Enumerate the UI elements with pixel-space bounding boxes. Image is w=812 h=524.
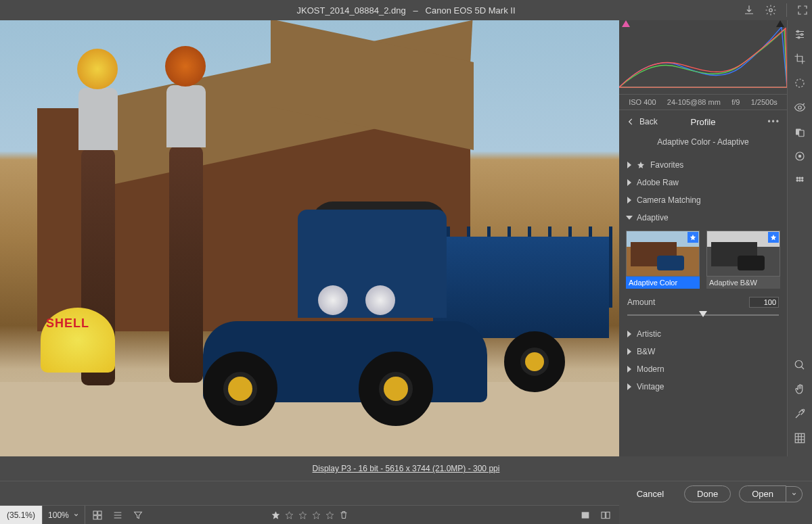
svg-rect-24 [602,512,605,518]
svg-rect-7 [799,130,805,137]
svg-point-0 [769,9,773,12]
aperture-label: f/9 [731,98,740,106]
section-adobe-raw[interactable]: Adobe Raw [619,174,787,191]
trash-icon[interactable] [338,510,348,520]
fullscreen-icon[interactable] [796,4,809,16]
svg-point-14 [799,180,800,181]
amount-input[interactable] [749,297,779,308]
redeye-icon[interactable] [794,150,806,162]
highlight-clip-indicator[interactable] [776,20,784,27]
download-icon[interactable] [743,4,755,16]
section-vintage[interactable]: Vintage [619,378,787,396]
chevron-down-icon [73,512,79,518]
open-dropdown[interactable] [786,486,803,502]
zoom-icon[interactable] [794,359,806,371]
star-icon[interactable] [298,510,307,520]
iso-label: ISO 400 [629,98,656,106]
svg-point-15 [802,180,803,181]
chevron-down-icon [791,491,797,497]
svg-rect-22 [97,515,101,519]
profile-thumb-label: Adaptive B&W [706,277,780,289]
heal-icon[interactable] [794,77,806,89]
svg-point-5 [798,106,802,110]
cancel-button[interactable]: Cancel [625,486,676,502]
histogram[interactable] [619,20,787,95]
svg-rect-18 [795,433,805,443]
panel-title: Profile [691,117,716,127]
shell-sign: SHELL [46,316,89,331]
sampler-icon[interactable] [794,408,806,420]
current-profile-label: Adaptive Color - Adaptive [619,133,787,156]
star-icon[interactable] [271,510,280,520]
section-adaptive[interactable]: Adaptive [619,209,787,227]
star-icon[interactable] [284,510,294,520]
image-info-link[interactable]: Display P3 - 16 bit - 5616 x 3744 (21.0M… [313,464,500,473]
document-title: JKOST_2014_08884_2.dng – Canon EOS 5D Ma… [296,5,515,16]
back-button[interactable]: Back [626,117,658,126]
svg-point-10 [796,177,798,178]
list-view-icon[interactable] [112,510,123,521]
grid-view-icon[interactable] [92,510,103,521]
svg-rect-21 [93,515,97,519]
svg-point-12 [802,177,803,178]
amount-slider[interactable] [627,310,779,320]
zoom-select[interactable]: 100% [43,506,85,524]
svg-point-13 [796,180,798,181]
svg-rect-20 [97,511,101,515]
edit-sliders-icon[interactable] [794,28,806,41]
svg-rect-19 [93,511,97,515]
svg-rect-23 [582,512,589,518]
profile-thumb-label: Adaptive Color [626,277,700,289]
gear-icon[interactable] [765,4,777,16]
svg-point-4 [796,79,804,87]
star-icon[interactable] [311,510,321,520]
presets-icon[interactable] [794,174,806,187]
panel-menu-icon[interactable]: ••• [767,117,780,126]
grid-icon[interactable] [794,432,806,444]
eye-icon[interactable] [794,101,806,114]
profile-thumb-adaptive-bw[interactable]: Adaptive B&W [706,231,780,289]
filter-icon[interactable] [133,510,143,521]
section-favorites[interactable]: Favorites [619,156,787,174]
open-button[interactable]: Open [739,485,786,502]
svg-rect-25 [606,512,610,518]
lens-label: 24-105@88 mm [667,98,721,106]
done-button[interactable]: Done [684,485,731,502]
section-artistic[interactable]: Artistic [619,325,787,343]
before-after-icon[interactable] [600,510,611,521]
crop-icon[interactable] [794,53,806,65]
svg-point-11 [799,177,800,178]
section-camera-matching[interactable]: Camera Matching [619,191,787,209]
shadow-clip-indicator[interactable] [622,20,630,27]
amount-label: Amount [627,297,655,307]
rating-stars[interactable] [271,510,348,520]
svg-point-9 [798,155,802,158]
single-view-icon[interactable] [580,510,591,521]
shutter-label: 1/2500s [751,98,777,106]
favorite-flag-icon[interactable] [768,232,779,243]
image-preview[interactable]: SHELL [0,20,619,456]
mask-icon[interactable] [794,126,806,138]
star-icon[interactable] [325,510,334,520]
section-modern[interactable]: Modern [619,360,787,378]
svg-point-16 [795,360,803,368]
svg-point-17 [803,409,805,411]
section-bw[interactable]: B&W [619,343,787,360]
profile-thumb-adaptive-color[interactable]: Adaptive Color [626,231,700,289]
favorite-flag-icon[interactable] [687,232,698,243]
fit-zoom-button[interactable]: (35.1%) [0,506,43,524]
hand-icon[interactable] [794,383,806,396]
